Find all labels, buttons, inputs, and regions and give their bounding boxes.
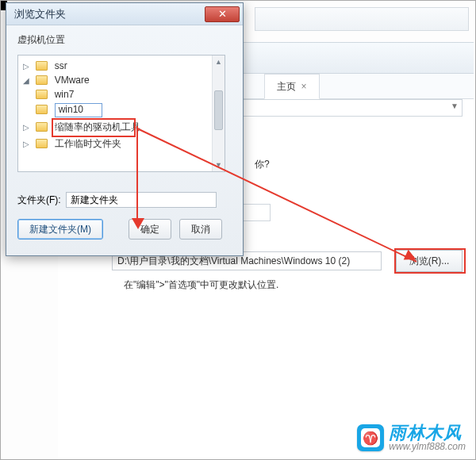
watermark-logo: ♈ 雨林木风 www.ylmf888.com (357, 424, 466, 451)
scroll-track[interactable] (213, 68, 225, 159)
expand-icon[interactable]: ▷ (23, 123, 31, 132)
tree-item-label: 工作临时文件夹 (55, 138, 121, 149)
close-icon: ✕ (218, 8, 227, 20)
tree-item-vmware[interactable]: ◢ VMware (23, 73, 225, 87)
background-question-text: 你? (255, 158, 270, 171)
tree-item-label: VMware (55, 75, 90, 86)
ok-button[interactable]: 确定 (129, 219, 171, 240)
browse-button[interactable]: 浏览(R)... (396, 250, 463, 272)
collapse-icon[interactable]: ◢ (23, 76, 31, 85)
dialog-title-text: 浏览文件夹 (14, 7, 66, 21)
tree-item-label: ssr (55, 60, 67, 71)
tree-item-drivers[interactable]: ▷ 缩随率的驱动机工具 (23, 119, 225, 136)
location-hint-text: 在"编辑">"首选项"中可更改默认位置. (124, 278, 278, 292)
tree-item-win10[interactable]: win10 (23, 102, 225, 119)
folder-icon (36, 122, 48, 132)
folder-icon (36, 105, 48, 114)
dialog-titlebar: 浏览文件夹 ✕ (6, 3, 243, 25)
new-folder-button-label: 新建文件夹(M) (29, 223, 91, 236)
sprout-icon: ♈ (361, 428, 380, 447)
watermark-url: www.ylmf888.com (389, 442, 466, 451)
dialog-button-row: 新建文件夹(M) 确定 取消 (17, 219, 222, 240)
tree-item-rename-input[interactable]: win10 (55, 103, 102, 117)
scroll-thumb[interactable] (214, 90, 223, 130)
tab-home-label: 主页 (277, 80, 296, 94)
watermark-text: 雨林木风 www.ylmf888.com (389, 424, 466, 451)
folder-name-input[interactable] (66, 192, 217, 208)
new-folder-button[interactable]: 新建文件夹(M) (17, 219, 103, 240)
folder-icon (36, 61, 48, 71)
watermark-badge: ♈ (357, 424, 384, 451)
tab-home[interactable]: 主页 × (264, 74, 320, 99)
dialog-close-button[interactable]: ✕ (205, 6, 240, 22)
scroll-up-icon[interactable]: ▲ (213, 56, 225, 68)
expand-icon[interactable]: ▷ (23, 140, 31, 148)
tree-item-ssr[interactable]: ▷ ssr (23, 59, 225, 73)
tree-item-label: win7 (55, 89, 75, 100)
browse-button-label: 浏览(R)... (409, 255, 450, 268)
watermark-brand: 雨林木风 (389, 424, 466, 442)
expand-icon[interactable]: ▷ (23, 62, 31, 71)
close-icon[interactable]: × (301, 81, 306, 92)
tree-item-temp[interactable]: ▷ 工作临时文件夹 (23, 136, 225, 152)
folder-icon (36, 90, 48, 99)
cancel-button-label: 取消 (191, 223, 210, 236)
cancel-button[interactable]: 取消 (179, 219, 222, 240)
tree-scrollbar[interactable]: ▲ ▼ (212, 56, 225, 171)
folder-name-row: 文件夹(F): (17, 192, 217, 208)
folder-name-label: 文件夹(F): (17, 194, 61, 207)
tree-item-win7[interactable]: win7 (23, 87, 225, 102)
folder-tree[interactable]: ▷ ssr ◢ VMware win7 win10 ▷ (17, 55, 225, 172)
tree-item-label: 缩随率的驱动机工具 (55, 121, 140, 132)
ok-button-label: 确定 (140, 223, 159, 236)
dialog-subtitle: 虚拟机位置 (6, 25, 243, 50)
folder-icon (36, 139, 48, 148)
background-toolbar (255, 7, 469, 31)
chevron-down-icon[interactable]: ▼ (451, 102, 459, 110)
browse-folder-dialog: 浏览文件夹 ✕ 虚拟机位置 ▷ ssr ◢ VMware win7 (6, 2, 244, 256)
scroll-down-icon[interactable]: ▼ (213, 159, 225, 171)
folder-icon (36, 75, 48, 85)
